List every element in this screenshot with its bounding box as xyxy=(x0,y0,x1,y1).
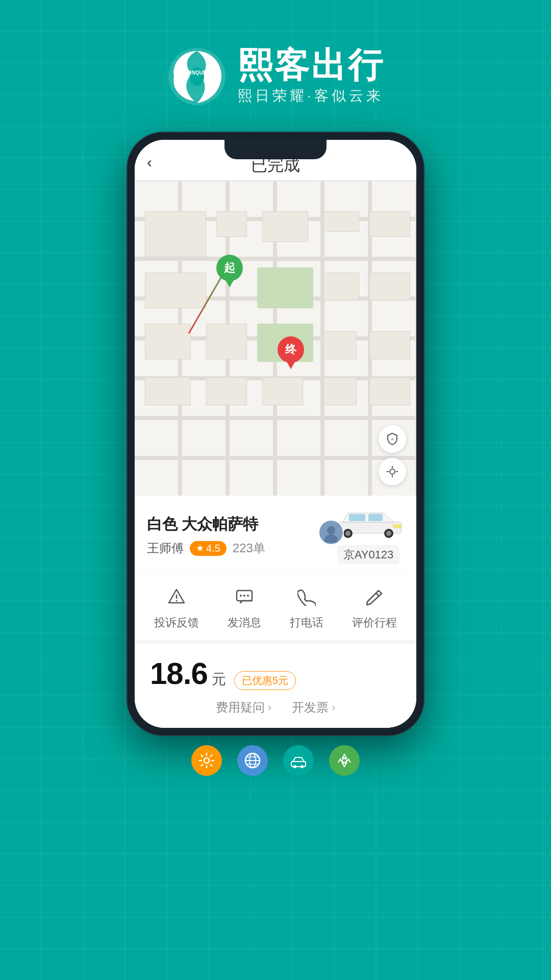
bottom-icon-settings[interactable] xyxy=(191,745,222,776)
driver-info: 王师傅 ★ 4.5 223单 xyxy=(147,540,265,556)
back-button[interactable]: ‹ xyxy=(147,150,152,171)
phone-frame: ‹ 已完成 xyxy=(128,133,423,735)
fee-question-link[interactable]: 费用疑问 › xyxy=(216,699,271,716)
plate-number: 京AY0123 xyxy=(337,545,400,565)
call-label: 打电话 xyxy=(290,615,323,630)
complaint-icon xyxy=(162,582,191,611)
map-block xyxy=(145,324,191,359)
vehicle-name: 白色 大众帕萨特 xyxy=(147,514,265,535)
svg-point-34 xyxy=(342,758,346,763)
price-row: 18.6 元 已优惠5元 xyxy=(150,656,401,691)
map-block xyxy=(369,273,410,301)
bottom-icon-car[interactable] xyxy=(283,745,314,776)
map-block xyxy=(262,377,303,405)
map-background: 起 终 xyxy=(135,181,416,496)
app-logo-icon: CONQUER xyxy=(166,46,228,107)
svg-point-32 xyxy=(293,765,296,768)
shield-button[interactable]: + xyxy=(379,425,406,453)
call-icon xyxy=(292,582,321,611)
driver-name: 王师傅 xyxy=(147,540,184,556)
svg-point-24 xyxy=(243,595,245,597)
svg-rect-16 xyxy=(393,524,401,528)
complaint-label: 投诉反馈 xyxy=(154,615,199,630)
rate-icon xyxy=(360,582,389,611)
rate-label: 评价行程 xyxy=(352,615,397,630)
car-image-wrapper xyxy=(333,506,404,541)
rating-value: 4.5 xyxy=(206,543,220,554)
map-pin-start: 起 xyxy=(216,255,243,281)
vehicle-details-right: 京AY0123 xyxy=(333,506,404,565)
vehicle-details-left: 白色 大众帕萨特 王师傅 ★ 4.5 223单 xyxy=(147,514,265,556)
map-block xyxy=(145,273,206,308)
map-block xyxy=(206,377,247,405)
discount-badge: 已优惠5元 xyxy=(234,671,296,690)
svg-point-27 xyxy=(204,758,209,763)
svg-rect-11 xyxy=(368,514,383,521)
payment-links: 费用疑问 › 开发票 › xyxy=(150,699,401,716)
invoice-link[interactable]: 开发票 › xyxy=(292,699,335,716)
location-button[interactable] xyxy=(379,458,406,485)
map-block xyxy=(369,377,410,405)
complaint-button[interactable]: 投诉反馈 xyxy=(154,582,199,630)
map-block xyxy=(323,211,359,232)
map-block xyxy=(323,377,357,405)
order-count: 223单 xyxy=(233,540,265,556)
svg-point-19 xyxy=(324,534,338,543)
svg-text:CONQUER: CONQUER xyxy=(184,70,210,76)
svg-rect-31 xyxy=(291,762,306,767)
svg-point-25 xyxy=(247,595,249,597)
map-pin-end: 终 xyxy=(278,336,304,363)
map-block xyxy=(369,331,410,359)
map-area: 起 终 xyxy=(135,181,416,496)
message-label: 发消息 xyxy=(228,615,261,630)
start-pin-circle: 起 xyxy=(216,255,243,281)
price-unit: 元 xyxy=(212,670,226,689)
map-block xyxy=(323,331,357,359)
map-block xyxy=(323,273,359,301)
map-controls: + xyxy=(379,425,406,485)
map-block xyxy=(369,211,410,237)
vehicle-info: 白色 大众帕萨特 王师傅 ★ 4.5 223单 xyxy=(135,496,416,573)
bottom-nav xyxy=(0,735,551,781)
svg-point-33 xyxy=(300,765,304,768)
end-pin-circle: 终 xyxy=(278,336,304,363)
svg-point-13 xyxy=(345,531,350,536)
phone-screen: ‹ 已完成 xyxy=(135,140,416,728)
price-amount: 18.6 xyxy=(150,656,208,691)
app-header: CONQUER 熙客出行 熙日荣耀·客似云来 xyxy=(0,0,551,128)
app-brand-name: 熙客出行 xyxy=(238,47,385,82)
map-block xyxy=(206,324,247,359)
message-icon xyxy=(230,582,259,611)
svg-line-26 xyxy=(376,593,379,596)
phone-mockup: ‹ 已完成 xyxy=(0,133,551,735)
screen-content: ‹ 已完成 xyxy=(135,140,416,728)
svg-text:+: + xyxy=(391,436,394,442)
svg-point-4 xyxy=(390,469,395,474)
map-block xyxy=(216,211,247,237)
payment-section: 18.6 元 已优惠5元 费用疑问 › 开发票 › xyxy=(135,644,416,728)
app-brand-text: 熙客出行 熙日荣耀·客似云来 xyxy=(238,47,385,106)
svg-point-21 xyxy=(176,600,178,602)
chevron-right-icon: › xyxy=(268,701,271,714)
svg-rect-10 xyxy=(349,514,365,521)
svg-point-15 xyxy=(386,531,391,536)
svg-point-18 xyxy=(327,526,335,534)
bottom-icon-recycle[interactable] xyxy=(329,745,360,776)
rating-badge: ★ 4.5 xyxy=(190,541,227,556)
call-button[interactable]: 打电话 xyxy=(290,582,323,630)
star-icon: ★ xyxy=(196,543,204,554)
map-block xyxy=(145,377,191,405)
rate-button[interactable]: 评价行程 xyxy=(352,582,397,630)
bottom-icon-globe[interactable] xyxy=(237,745,268,776)
info-panel: 白色 大众帕萨特 王师傅 ★ 4.5 223单 xyxy=(135,496,416,728)
map-block xyxy=(262,211,308,242)
map-green-area xyxy=(257,267,313,308)
map-block xyxy=(145,211,206,257)
driver-avatar xyxy=(318,520,344,545)
chevron-right-icon: › xyxy=(332,701,335,714)
message-button[interactable]: 发消息 xyxy=(228,582,261,630)
svg-point-23 xyxy=(240,595,242,597)
action-buttons: 投诉反馈 xyxy=(135,573,416,644)
app-tagline: 熙日荣耀·客似云来 xyxy=(238,86,385,106)
phone-notch xyxy=(224,140,327,159)
